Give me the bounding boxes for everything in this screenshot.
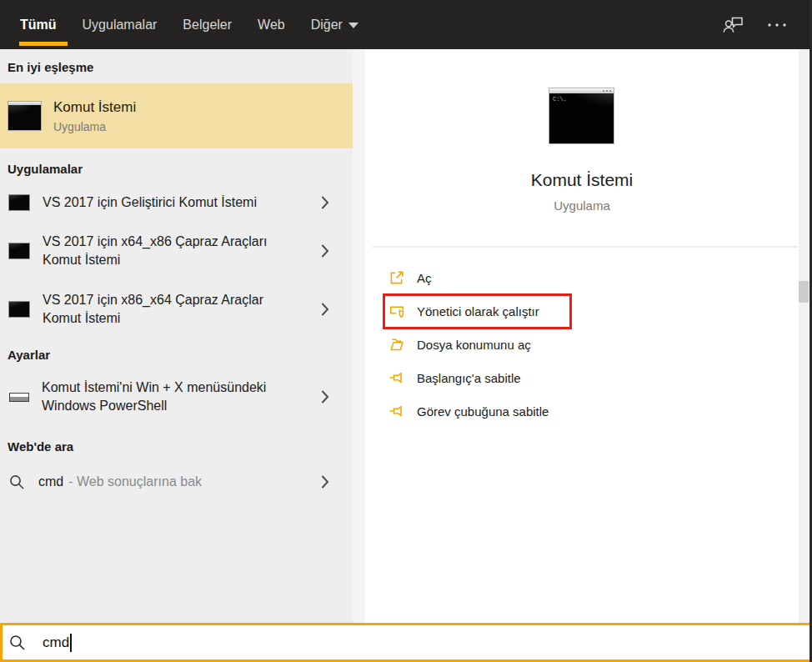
app-result-label: VS 2017 için Geliştirici Komut İstemi bbox=[43, 193, 298, 212]
command-prompt-icon bbox=[8, 243, 30, 259]
settings-result-winx-powershell[interactable]: Komut İstemi'ni Win + X menüsündeki Wind… bbox=[0, 371, 353, 423]
tab-all-label: Tümü bbox=[20, 18, 57, 33]
pin-icon bbox=[388, 403, 405, 419]
right-panel-scrollbar-track[interactable] bbox=[799, 49, 809, 623]
folder-icon bbox=[388, 336, 405, 353]
action-label: Dosya konumunu aç bbox=[417, 338, 531, 352]
command-prompt-icon-text: C:\. bbox=[553, 96, 567, 103]
action-label: Başlangıç'a sabitle bbox=[417, 371, 521, 385]
search-icon bbox=[9, 634, 26, 651]
action-open-file-location[interactable]: Dosya konumunu aç bbox=[365, 328, 699, 361]
command-prompt-icon-large: C:\. bbox=[549, 88, 614, 144]
chevron-right-icon[interactable] bbox=[321, 390, 329, 404]
search-icon bbox=[9, 474, 25, 490]
text-cursor bbox=[70, 634, 72, 652]
chevron-right-icon[interactable] bbox=[321, 196, 329, 210]
action-open[interactable]: Aç bbox=[365, 261, 699, 294]
tab-more-label: Diğer bbox=[311, 18, 343, 33]
search-query-text: cmd bbox=[43, 634, 69, 651]
search-filter-bar: Tümü Uygulamalar Belgeler Web Diğer bbox=[0, 0, 812, 49]
run-as-admin-shield-icon bbox=[388, 303, 405, 319]
result-preview-panel: C:\. Komut İstemi Uygulama Aç bbox=[365, 49, 812, 623]
chevron-right-icon[interactable] bbox=[321, 475, 329, 489]
command-prompt-icon bbox=[8, 101, 42, 131]
app-result-vs-x64-x86-prompt[interactable]: VS 2017 için x64_x86 Çapraz Araçları Kom… bbox=[0, 225, 353, 277]
tab-web[interactable]: Web bbox=[258, 0, 285, 49]
feedback-icon[interactable] bbox=[722, 14, 744, 35]
action-pin-to-taskbar[interactable]: Görev çubuğuna sabitle bbox=[365, 394, 699, 428]
web-search-result-cmd[interactable]: cmd- Web sonuçlarına bak bbox=[0, 464, 353, 500]
web-suffix-text: - Web sonuçlarına bak bbox=[68, 474, 202, 489]
taskbar-setting-icon bbox=[9, 393, 29, 402]
best-match-title: Komut İstemi bbox=[53, 99, 136, 116]
apps-section-header: Uygulamalar bbox=[8, 162, 83, 176]
more-options-icon[interactable] bbox=[767, 23, 787, 28]
settings-section-header: Ayarlar bbox=[8, 348, 50, 362]
tab-documents[interactable]: Belgeler bbox=[183, 0, 232, 49]
action-pin-to-start[interactable]: Başlangıç'a sabitle bbox=[365, 361, 699, 394]
chevron-right-icon[interactable] bbox=[321, 303, 329, 317]
tab-apps[interactable]: Uygulamalar bbox=[83, 0, 158, 49]
action-label: Görev çubuğuna sabitle bbox=[417, 404, 549, 419]
tab-documents-label: Belgeler bbox=[183, 18, 232, 33]
pin-icon bbox=[388, 369, 405, 386]
command-prompt-icon bbox=[8, 194, 30, 211]
search-input[interactable]: cmd bbox=[0, 623, 812, 662]
web-query-text: cmd bbox=[38, 474, 63, 489]
chevron-down-icon bbox=[348, 23, 358, 28]
best-match-result-cmd[interactable]: Komut İstemi Uygulama bbox=[0, 83, 353, 148]
action-run-as-administrator[interactable]: Yönetici olarak çalıştır bbox=[365, 294, 699, 328]
tab-web-label: Web bbox=[258, 18, 285, 33]
app-result-label: VS 2017 için x86_x64 Çapraz Araçlar Komu… bbox=[43, 291, 298, 328]
results-list-panel: En iyi eşleşme Komut İstemi Uygulama Uyg… bbox=[0, 49, 353, 623]
chevron-right-icon[interactable] bbox=[321, 244, 329, 258]
app-result-vs-developer-prompt[interactable]: VS 2017 için Geliştirici Komut İstemi bbox=[0, 184, 353, 221]
open-icon bbox=[388, 269, 405, 286]
windows-search-panel: Tümü Uygulamalar Belgeler Web Diğer bbox=[0, 0, 812, 662]
tab-apps-label: Uygulamalar bbox=[83, 18, 158, 33]
preview-divider bbox=[372, 246, 799, 248]
web-search-section-header: Web'de ara bbox=[8, 439, 73, 454]
active-tab-underline bbox=[19, 42, 68, 46]
results-area: En iyi eşleşme Komut İstemi Uygulama Uyg… bbox=[0, 49, 812, 623]
preview-app-title: Komut İstemi bbox=[365, 170, 799, 190]
right-panel-scrollbar-thumb[interactable] bbox=[799, 281, 809, 303]
topbar-actions bbox=[722, 14, 812, 35]
best-match-subtitle: Uygulama bbox=[53, 120, 136, 133]
command-prompt-icon bbox=[8, 301, 30, 318]
action-label: Yönetici olarak çalıştır bbox=[417, 304, 539, 318]
tab-more[interactable]: Diğer bbox=[311, 0, 358, 49]
best-match-header: En iyi eşleşme bbox=[8, 60, 93, 74]
action-label: Aç bbox=[417, 271, 432, 285]
app-result-vs-x86-x64-prompt[interactable]: VS 2017 için x86_x64 Çapraz Araçlar Komu… bbox=[0, 283, 353, 335]
app-result-label: VS 2017 için x64_x86 Çapraz Araçları Kom… bbox=[43, 233, 298, 269]
left-panel-scrollbar[interactable] bbox=[353, 49, 365, 623]
settings-result-label: Komut İstemi'ni Win + X menüsündeki Wind… bbox=[42, 379, 268, 415]
preview-app-subtitle: Uygulama bbox=[365, 198, 799, 213]
